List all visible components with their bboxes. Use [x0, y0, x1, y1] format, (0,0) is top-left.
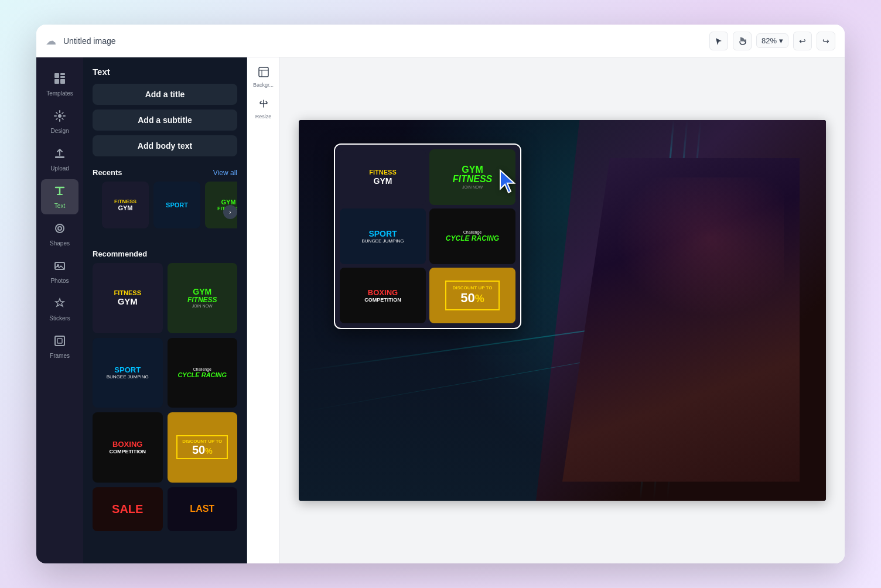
text-label: Text: [54, 203, 65, 209]
svg-rect-3: [54, 79, 59, 84]
canvas-area: Backgr... Resize: [247, 57, 845, 563]
svg-rect-0: [54, 73, 59, 78]
zoom-value: 82%: [762, 36, 777, 45]
add-body-btn[interactable]: Add body text: [93, 135, 237, 156]
view-all-link[interactable]: View all: [213, 169, 237, 177]
header-title: Untitled image: [63, 36, 116, 46]
recents-section-header: Recents View all: [83, 161, 247, 182]
rec-card-sport-bungee[interactable]: SPORT BUNGEE JUMPING: [93, 338, 163, 408]
background-label: Backgr...: [253, 82, 274, 88]
upload-icon: [53, 147, 66, 163]
shapes-label: Shapes: [50, 240, 70, 247]
svg-rect-12: [57, 339, 62, 343]
rec-card-cycle-racing[interactable]: Challenge CYCLE RACING: [168, 338, 238, 408]
popup-cell-gym-fitness[interactable]: GYM FITNESS JOIN NOW: [429, 149, 515, 205]
upload-label: Upload: [50, 165, 69, 172]
redo-btn[interactable]: ↪: [817, 32, 835, 50]
svg-rect-1: [60, 73, 65, 75]
resize-icon: [258, 98, 269, 112]
popup-cell-boxing[interactable]: BOXING COMPETITION: [340, 268, 426, 323]
frames-label: Frames: [50, 353, 70, 359]
design-icon: [53, 110, 66, 125]
rec-card-last[interactable]: LAST: [168, 487, 238, 531]
rec-card-boxing[interactable]: BOXING COMPETITION: [93, 412, 163, 483]
svg-rect-4: [60, 79, 65, 84]
templates-label: Templates: [46, 90, 73, 97]
add-title-btn[interactable]: Add a title: [93, 84, 237, 105]
recommended-grid: FITNESS GYM GYM FITNESS JOIN NOW SPORT: [83, 263, 247, 538]
recents-row-container: FITNESS GYM SPORT GYM FITN: [83, 182, 247, 242]
popup-cell-fitness-gym[interactable]: FITNESS GYM: [340, 149, 426, 205]
svg-rect-6: [55, 156, 64, 158]
canvas-bg[interactable]: FITNESS GYM GYM FITNESS JOIN NOW: [299, 120, 826, 501]
photos-label: Photos: [50, 278, 69, 284]
zoom-control[interactable]: 82% ▾: [756, 33, 788, 48]
popup-cell-cycle-racing[interactable]: Challenge CYCLE RACING: [429, 208, 515, 264]
recommended-section-header: Recommended: [83, 242, 247, 263]
svg-point-5: [58, 114, 62, 118]
recommended-title: Recommended: [93, 249, 147, 258]
svg-point-8: [58, 227, 62, 230]
sidebar-item-shapes[interactable]: Shapes: [41, 217, 78, 252]
resize-tool[interactable]: Resize: [251, 94, 276, 123]
app-window: ☁ Untitled image 82% ▾ ↩ ↪ Te: [36, 25, 845, 563]
design-label: Design: [50, 128, 69, 134]
popup-cell-sport-bungee[interactable]: SPORT BUNGEE JUMPING: [340, 208, 426, 264]
add-subtitle-btn[interactable]: Add a subtitle: [93, 110, 237, 131]
rec-card-fitness-gym[interactable]: FITNESS GYM: [93, 263, 163, 333]
panel-header: Text: [83, 57, 247, 84]
cursor-arrow: [495, 167, 524, 199]
popup-card: FITNESS GYM GYM FITNESS JOIN NOW: [334, 143, 521, 329]
templates-icon: [53, 72, 66, 88]
zoom-chevron-icon: ▾: [779, 36, 783, 45]
svg-rect-11: [55, 336, 64, 346]
background-icon: [258, 66, 269, 81]
stickers-label: Stickers: [49, 315, 70, 322]
rec-card-discount[interactable]: DISCOUNT UP TO 50%: [168, 412, 238, 483]
sidebar-item-design[interactable]: Design: [41, 104, 78, 139]
sidebar-item-templates[interactable]: Templates: [41, 67, 78, 102]
svg-point-7: [56, 224, 64, 233]
canvas-content: FITNESS GYM GYM FITNESS JOIN NOW: [280, 57, 845, 563]
sidebar-item-photos[interactable]: Photos: [41, 254, 78, 289]
recents-row: FITNESS GYM SPORT GYM FITN: [93, 182, 237, 235]
main-layout: Templates Design Upload Text: [36, 57, 845, 563]
frames-icon: [53, 334, 66, 350]
svg-rect-2: [60, 76, 65, 78]
sidebar-item-stickers[interactable]: Stickers: [41, 292, 78, 327]
canvas-tools-bar: Backgr... Resize: [247, 57, 280, 563]
cloud-icon: ☁: [46, 35, 56, 47]
face-highlight: [599, 177, 784, 330]
undo-btn[interactable]: ↩: [793, 32, 812, 50]
background-tool[interactable]: Backgr...: [251, 62, 276, 91]
sidebar-item-upload[interactable]: Upload: [41, 142, 78, 177]
shapes-icon: [53, 222, 66, 238]
text-panel: Text Add a title Add a subtitle Add body…: [83, 57, 247, 563]
svg-rect-13: [259, 67, 268, 77]
sidebar-item-frames[interactable]: Frames: [41, 329, 78, 364]
resize-label: Resize: [255, 114, 272, 119]
recent-item-fitness-gym[interactable]: FITNESS GYM: [102, 182, 149, 228]
recent-item-sport[interactable]: SPORT: [153, 182, 200, 228]
header: ☁ Untitled image 82% ▾ ↩ ↪: [36, 25, 845, 57]
header-controls: 82% ▾ ↩ ↪: [709, 32, 835, 50]
sidebar-icons: Templates Design Upload Text: [36, 57, 83, 563]
recents-chevron-btn[interactable]: ›: [223, 205, 237, 219]
popup-cell-discount[interactable]: DISCOUNT UP TO 50 %: [429, 268, 515, 323]
hand-tool-btn[interactable]: [733, 32, 752, 50]
sidebar-item-text[interactable]: Text: [41, 179, 78, 214]
rec-card-sale[interactable]: SALE: [93, 487, 163, 531]
rec-card-gym-fitness[interactable]: GYM FITNESS JOIN NOW: [168, 263, 238, 333]
photos-icon: [53, 259, 66, 275]
stickers-icon: [53, 297, 66, 313]
pointer-tool-btn[interactable]: [709, 32, 728, 50]
recents-title: Recents: [93, 168, 122, 177]
text-icon: [53, 184, 66, 200]
